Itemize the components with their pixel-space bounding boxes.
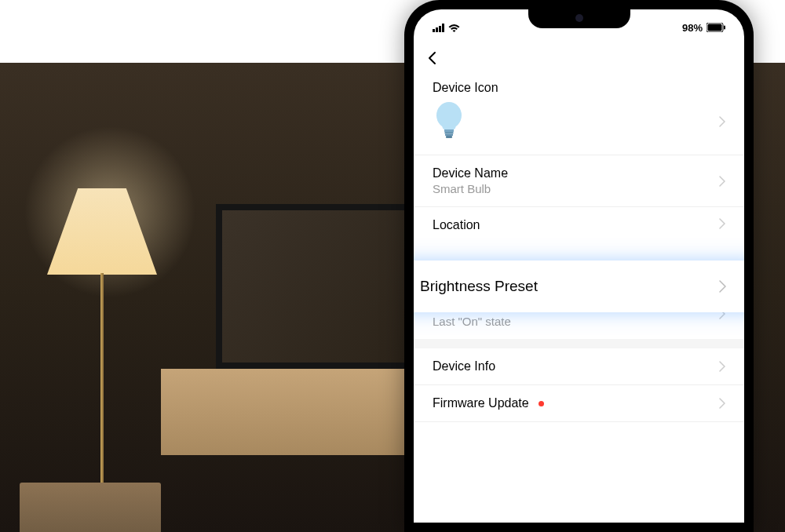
brightness-preset-highlight[interactable]: Brightness Preset: [414, 261, 744, 312]
bulb-icon: [433, 101, 466, 142]
svg-rect-2: [724, 26, 725, 30]
device-icon-row[interactable]: Device Icon: [414, 71, 744, 155]
chevron-right-icon: [719, 176, 725, 187]
device-name-label: Device Name: [433, 166, 719, 180]
tv-cabinet: [161, 369, 436, 455]
chevron-right-icon: [719, 398, 725, 409]
default-state-value: Last "On" state: [433, 315, 719, 328]
back-chevron-icon: [428, 51, 436, 65]
phone-screen: 98% Device Icon: [414, 9, 744, 523]
svg-rect-6: [445, 134, 453, 137]
battery-icon: [706, 23, 725, 32]
location-label: Location: [433, 218, 480, 232]
chevron-right-icon: [719, 116, 725, 127]
wifi-icon: [448, 24, 460, 32]
svg-rect-5: [445, 132, 454, 134]
back-button[interactable]: [414, 45, 744, 71]
device-name-row[interactable]: Device Name Smart Bulb: [414, 155, 744, 207]
device-name-value: Smart Bulb: [433, 182, 719, 195]
floor-lamp-pole: [100, 273, 104, 516]
svg-rect-4: [444, 129, 454, 132]
chevron-right-icon: [719, 280, 726, 293]
firmware-update-label: Firmware Update: [433, 396, 529, 410]
firmware-update-row[interactable]: Firmware Update: [414, 385, 744, 422]
side-tray: [20, 483, 161, 532]
cellular-signal-icon: [433, 24, 444, 32]
device-icon-label: Device Icon: [433, 81, 725, 95]
chevron-right-icon: [719, 361, 725, 372]
phone-device-frame: 98% Device Icon: [404, 0, 754, 532]
svg-rect-1: [708, 24, 722, 31]
section-divider: [414, 339, 744, 348]
battery-percent: 98%: [682, 22, 703, 34]
device-info-row[interactable]: Device Info: [414, 348, 744, 385]
update-available-indicator: [539, 401, 544, 406]
chevron-right-icon: [719, 218, 725, 229]
device-info-label: Device Info: [433, 359, 495, 373]
svg-rect-7: [446, 136, 452, 138]
brightness-preset-label: Brightness Preset: [420, 278, 538, 295]
phone-notch: [528, 9, 630, 28]
